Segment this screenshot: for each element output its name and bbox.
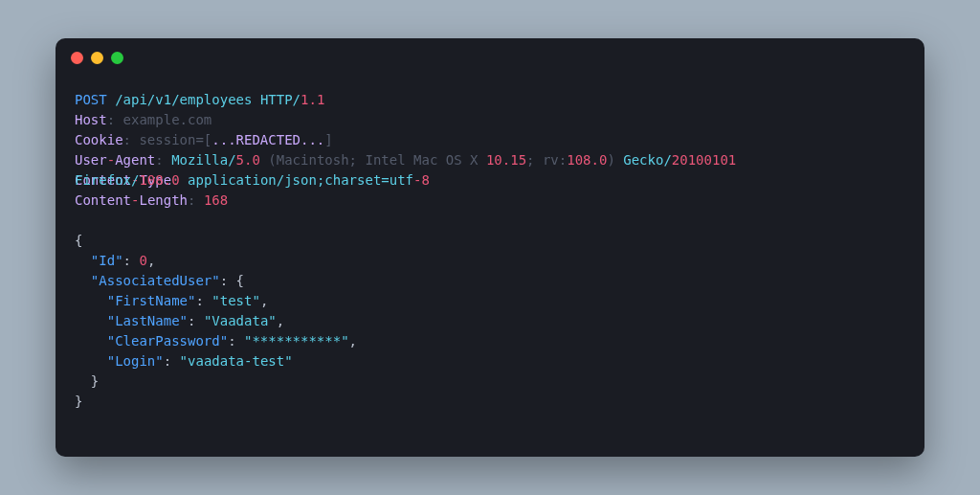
fn-comma: , — [260, 293, 268, 308]
ua-mozv: 5.0 — [236, 152, 260, 168]
version: 1.1 — [301, 92, 324, 107]
ua-label1: User — [75, 152, 107, 168]
cookie-label: Cookie — [75, 132, 123, 147]
lg-key: "Login" — [107, 353, 164, 369]
host-label: Host — [75, 112, 107, 127]
ua-rv: ; rv: — [526, 152, 567, 168]
body-close: } — [75, 392, 82, 412]
window-controls — [71, 52, 123, 64]
firefox-overflow: Firefox/108.0 — [75, 170, 180, 191]
lg-val: "vaadata-test" — [180, 353, 293, 369]
cl-label1: Content — [75, 192, 131, 208]
brace-open: { — [75, 233, 82, 248]
ua-mozilla: Mozilla/ — [171, 152, 235, 168]
cp-colon: : — [228, 333, 244, 349]
cp-val: "***********" — [244, 333, 349, 349]
brace-au-close: } — [91, 373, 99, 389]
host-header: Host: example.com — [75, 110, 212, 130]
ua-gdate: 20100101 — [672, 152, 736, 168]
fn-val: "test" — [212, 293, 260, 308]
terminal-window: POST /api/v1/employees HTTP/1.1 Host: ex… — [56, 38, 924, 457]
body-firstname: "FirstName": "test", — [75, 291, 268, 311]
protocol: HTTP/ — [260, 92, 301, 107]
page-stage: POST /api/v1/employees HTTP/1.1 Host: ex… — [0, 0, 980, 495]
fn-key: "FirstName" — [107, 293, 196, 308]
ct-value: application/json;charset=utf — [188, 172, 413, 188]
cl-colon: : — [188, 192, 204, 208]
id-key: "Id" — [91, 253, 123, 268]
cookie-redacted: ...REDACTED... — [212, 132, 324, 147]
path: /api/v1/employees — [115, 92, 252, 107]
id-comma: , — [147, 253, 155, 268]
cookie-header: Cookie: session=[...REDACTED...] — [75, 130, 333, 150]
cl-value: 168 — [204, 192, 228, 208]
cl-label2: Length — [139, 192, 188, 208]
method: POST — [75, 92, 107, 107]
ln-colon: : — [188, 313, 204, 328]
ln-comma: , — [277, 313, 284, 328]
au-open: { — [236, 273, 244, 288]
body-login: "Login": "vaadata-test" — [75, 351, 293, 371]
body-lastname: "LastName": "Vaadata", — [75, 311, 284, 331]
body-open: { — [75, 231, 82, 251]
id-colon: : — [123, 253, 140, 268]
host-value: example.com — [123, 112, 212, 127]
cookie-value-start: session=[ — [139, 132, 212, 147]
lg-colon: : — [164, 353, 180, 369]
ff-prefix: Firefox/ — [75, 172, 139, 188]
ua-close: ) — [607, 152, 623, 168]
content-length-header: Content-Length: 168 — [75, 191, 228, 211]
request-line: POST /api/v1/employees HTTP/1.1 — [75, 90, 324, 110]
zoom-icon[interactable] — [111, 52, 123, 64]
cookie-value-end: ] — [324, 132, 332, 147]
user-agent-header: User-Agent: Mozilla/5.0 (Macintosh; Inte… — [75, 150, 736, 170]
ln-key: "LastName" — [107, 313, 188, 328]
ua-paren: (Macintosh; Intel Mac OS X — [260, 152, 486, 168]
ua-label2: Agent — [115, 152, 155, 168]
id-val: 0 — [139, 253, 146, 268]
ua-osx: 10.15 — [486, 152, 526, 168]
brace-close: } — [75, 394, 82, 409]
body-id: "Id": 0, — [75, 251, 155, 271]
cp-key: "ClearPassword" — [107, 333, 228, 349]
fn-colon: : — [195, 293, 212, 308]
ua-rvv: 108.0 — [567, 152, 607, 168]
body-clearpassword: "ClearPassword": "***********", — [75, 331, 357, 351]
au-colon: : — [220, 273, 236, 288]
ff-v: 108.0 — [139, 172, 179, 188]
close-icon[interactable] — [71, 52, 83, 64]
ua-gecko: Gecko/ — [623, 152, 672, 168]
ln-val: "Vaadata" — [204, 313, 277, 328]
ua-dash: - — [107, 152, 115, 168]
body-au-close: } — [75, 371, 99, 392]
body-associated-user: "AssociatedUser": { — [75, 271, 244, 291]
minimize-icon[interactable] — [91, 52, 103, 64]
http-request-code: POST /api/v1/employees HTTP/1.1 Host: ex… — [75, 90, 905, 457]
au-key: "AssociatedUser" — [91, 273, 220, 288]
ua-colon: : — [155, 152, 171, 168]
ct-value2: 8 — [421, 172, 429, 188]
cp-comma: , — [349, 333, 357, 349]
